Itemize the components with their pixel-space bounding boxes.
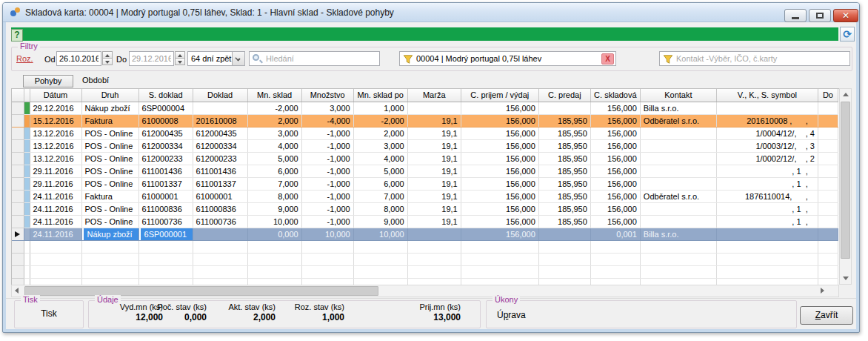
- column-header[interactable]: Kontakt: [640, 89, 716, 102]
- table-row[interactable]: 24.11.2016POS - Online611000836611000836…: [12, 202, 838, 215]
- vertical-scroll-thumb[interactable]: [841, 102, 850, 259]
- column-header[interactable]: Mn. sklad po: [353, 89, 407, 102]
- close-window-button[interactable]: Zavřít: [800, 306, 853, 325]
- cell: [193, 265, 247, 278]
- cell: POS - Online: [81, 215, 138, 228]
- help-button[interactable]: ?: [11, 29, 23, 42]
- table-row[interactable]: 13.12.2016POS - Online612000334612000334…: [12, 139, 838, 152]
- expand-filters-link[interactable]: Roz.: [16, 54, 33, 63]
- dropdown-arrow-icon[interactable]: [232, 52, 244, 65]
- cell: -2,000: [247, 102, 301, 114]
- table-row[interactable]: 29.11.2016POS - Online611001436611001436…: [12, 165, 838, 177]
- column-header[interactable]: Mn. sklad: [247, 89, 301, 102]
- tab-pohyby[interactable]: Pohyby: [23, 75, 73, 87]
- spin-down-icon[interactable]: [175, 58, 185, 65]
- cell: [301, 278, 353, 285]
- horizontal-scrollbar[interactable]: [11, 285, 839, 297]
- tab-obdobi[interactable]: Období: [82, 76, 109, 85]
- cell: [30, 265, 81, 278]
- status-toolbar: [11, 27, 838, 41]
- row-selector: [12, 190, 24, 202]
- search-input[interactable]: [249, 51, 380, 66]
- cell: [590, 278, 640, 285]
- column-header[interactable]: Dátum: [30, 89, 81, 102]
- table-row[interactable]: 24.11.2016Faktura61000001610000018,000-1…: [12, 190, 838, 202]
- cell: 10,000: [353, 228, 407, 240]
- cell: [818, 152, 838, 165]
- cell: [301, 265, 353, 278]
- client-area: ? ⟳ Filtry Roz. Od Do 64 dní zpět: [6, 22, 856, 329]
- cell: [640, 278, 716, 285]
- contact-filter-field[interactable]: [659, 51, 850, 66]
- minimize-button[interactable]: [784, 9, 807, 22]
- cell: [818, 114, 838, 127]
- cell: [407, 102, 461, 114]
- cell: -1,000: [301, 165, 353, 177]
- table-row[interactable]: 24.11.2016POS - Online611000736611000736…: [12, 215, 838, 228]
- cell: 19,1: [407, 139, 461, 152]
- cell: 13.12.2016: [30, 139, 81, 152]
- table-row[interactable]: 29.12.2016Nákup zboží6SP000004-2,0003,00…: [12, 102, 838, 114]
- cell: 5,000: [247, 152, 301, 165]
- table-row[interactable]: 24.11.2016Nákup zboží6SP0000010,00010,00…: [12, 228, 838, 240]
- date-to-field[interactable]: [129, 51, 174, 66]
- cell: Nákup zboží: [81, 102, 138, 114]
- refresh-icon: ⟳: [843, 28, 852, 40]
- column-header[interactable]: Množstvo: [301, 89, 353, 102]
- cell: [716, 228, 818, 240]
- column-header[interactable]: Druh: [81, 89, 138, 102]
- cell: [640, 253, 716, 265]
- table-row[interactable]: 15.12.2016Faktura610000082016100082,000-…: [12, 114, 838, 127]
- cell: 6SP000001: [138, 228, 193, 240]
- contact-filter-input[interactable]: [660, 52, 849, 65]
- column-header[interactable]: S. doklad: [138, 89, 193, 102]
- cell: [590, 253, 640, 265]
- product-filter-field[interactable]: 00004 | Modrý portugal 0,75l láhev X: [399, 51, 616, 66]
- cell: [818, 265, 838, 278]
- cell: 611001337: [138, 177, 193, 190]
- table-row[interactable]: 29.11.2016POS - Online611001337611001337…: [12, 177, 838, 190]
- table-row[interactable]: 13.12.2016POS - Online612000435612000435…: [12, 127, 838, 139]
- row-status-indicator: [24, 102, 30, 114]
- column-header[interactable]: Do: [818, 89, 838, 102]
- table-row[interactable]: 13.12.2016POS - Online612000233612000233…: [12, 152, 838, 165]
- refresh-button[interactable]: ⟳: [840, 27, 855, 42]
- date-from-spinner[interactable]: [102, 51, 113, 66]
- cell: 1,000: [353, 102, 407, 114]
- clear-filter-button[interactable]: X: [601, 53, 614, 64]
- column-header[interactable]: C. skladová: [590, 89, 640, 102]
- cell: 61000001: [138, 190, 193, 202]
- cell: -4,000: [301, 114, 353, 127]
- header-spacer: [24, 89, 30, 102]
- cell: [193, 253, 247, 265]
- cell: 24.11.2016: [30, 228, 81, 240]
- column-header[interactable]: C. prijem / výdaj: [461, 89, 538, 102]
- cell: [138, 253, 193, 265]
- cell: [461, 278, 538, 285]
- print-button[interactable]: Tisk: [15, 308, 83, 319]
- edit-action[interactable]: Úprava: [497, 310, 526, 320]
- horizontal-scroll-thumb[interactable]: [24, 286, 378, 296]
- column-header[interactable]: V., K., S. symbol: [716, 89, 818, 102]
- column-header[interactable]: Marža: [407, 89, 461, 102]
- column-header[interactable]: Doklad: [193, 89, 247, 102]
- cell: [301, 253, 353, 265]
- title-bar[interactable]: Skladová karta: 00004 | Modrý portugal 0…: [3, 3, 859, 22]
- row-status-indicator: [24, 215, 30, 228]
- current-row-arrow-icon: [15, 231, 20, 237]
- column-header[interactable]: C. predaj: [538, 89, 590, 102]
- period-dropdown[interactable]: 64 dní zpět: [187, 51, 245, 66]
- date-from-field[interactable]: [56, 51, 101, 66]
- scroll-up-button[interactable]: [840, 89, 851, 101]
- scroll-down-button[interactable]: [840, 272, 851, 284]
- scroll-right-button[interactable]: [816, 285, 828, 297]
- cell: [138, 265, 193, 278]
- spin-down-icon[interactable]: [102, 58, 113, 65]
- cell: 29.11.2016: [30, 177, 81, 190]
- close-button[interactable]: ✕: [833, 9, 858, 22]
- empty-row: [12, 265, 838, 278]
- cell: [353, 240, 407, 253]
- vertical-scrollbar[interactable]: [839, 88, 852, 285]
- maximize-button[interactable]: [809, 9, 831, 22]
- date-to-spinner[interactable]: [175, 51, 185, 66]
